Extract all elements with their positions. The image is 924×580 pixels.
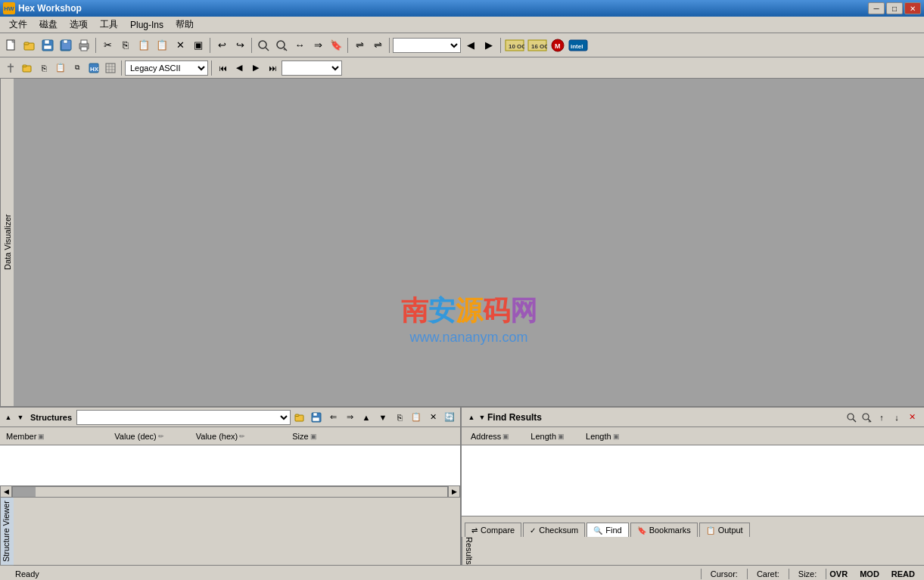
tab-compare[interactable]: ⇌ Compare [465, 523, 521, 537]
copy-button[interactable]: ⎘ [117, 37, 134, 54]
nav-first[interactable]: ⏮ [215, 60, 230, 76]
paste-button[interactable]: 📋 [135, 37, 152, 54]
select-all-button[interactable]: ▣ [190, 37, 207, 54]
title-text: Hex Workshop [18, 3, 82, 14]
col-value-hex: Value (hex) ✏ [193, 430, 248, 442]
address-dropdown[interactable] [393, 38, 461, 53]
status-ovr: OVR [826, 569, 851, 578]
structure-viewer-tab[interactable]: Structure Viewer [0, 498, 14, 565]
find-close[interactable]: ✕ [904, 410, 919, 425]
compare-button[interactable]: ⇌ [351, 37, 368, 54]
data-visualizer-tab[interactable]: Data Visualizer [0, 79, 14, 406]
find-tb4[interactable]: ↓ [889, 410, 904, 425]
addr-btn2[interactable]: ▶ [481, 37, 497, 54]
scroll-left[interactable]: ◀ [0, 485, 12, 498]
struct-down[interactable]: ▼ [375, 410, 390, 425]
tab-find[interactable]: 🔍 Find [586, 523, 628, 537]
struct-up[interactable]: ▲ [359, 410, 374, 425]
find-results-panel: ▲ ▼ Find Results + ↑ ↓ ✕ [462, 408, 924, 565]
nav-prev[interactable]: ◀ [232, 60, 247, 76]
watermark-line2: www.nananym.com [401, 330, 537, 346]
svg-line-43 [853, 419, 856, 422]
paste-special-button[interactable]: 📋 [154, 37, 170, 54]
menu-help[interactable]: 帮助 [170, 17, 200, 33]
col-size: Size ▣ [289, 430, 319, 442]
struct-refresh[interactable]: 🔄 [442, 410, 457, 425]
status-ready: Ready [6, 569, 48, 578]
nav-next[interactable]: ▶ [248, 60, 263, 76]
structure-content [0, 445, 460, 485]
find-collapse-down[interactable]: ▼ [477, 412, 487, 423]
svg-rect-6 [44, 45, 51, 49]
col-length1: Length ▣ [527, 430, 568, 442]
nav-last[interactable]: ⏭ [265, 60, 280, 76]
menu-file[interactable]: 文件 [3, 17, 33, 33]
status-read: READ [888, 569, 918, 578]
find-tb1[interactable] [844, 410, 859, 425]
undo-button[interactable]: ↩ [213, 37, 230, 54]
struct-collapse-up[interactable]: ▲ [3, 412, 14, 423]
cut-button[interactable]: ✂ [99, 37, 116, 54]
maximize-button[interactable]: □ [886, 2, 903, 14]
goto-button[interactable]: ⇒ [310, 37, 326, 54]
struct-collapse-down[interactable]: ▼ [15, 412, 26, 423]
find-all-button[interactable]: + [273, 37, 290, 54]
find-tb2[interactable]: + [859, 410, 874, 425]
search-dropdown[interactable] [282, 60, 342, 76]
new-button[interactable] [3, 37, 20, 54]
svg-rect-38 [295, 414, 299, 417]
grid-toggle[interactable] [103, 60, 118, 76]
structures-dropdown[interactable] [76, 410, 291, 425]
struct-import[interactable]: ⇐ [325, 410, 341, 425]
tab-bookmarks[interactable]: 🔖 Bookmarks [630, 523, 698, 537]
struct-export[interactable]: ⇒ [342, 410, 357, 425]
encoding-dropdown[interactable]: Legacy ASCII [125, 60, 208, 76]
motorola-button[interactable]: M [549, 37, 566, 54]
redo-button[interactable]: ↪ [232, 37, 248, 54]
scrollbar-thumb[interactable] [13, 487, 36, 497]
close-button[interactable]: ✕ [904, 2, 921, 14]
scroll-right[interactable]: ▶ [448, 485, 460, 498]
addr-btn1[interactable]: ◀ [462, 37, 479, 54]
hex-toggle[interactable]: HX [86, 60, 101, 76]
menu-disk[interactable]: 磁盘 [33, 17, 64, 33]
svg-rect-41 [313, 417, 319, 421]
sep6 [500, 38, 501, 53]
sep1 [95, 38, 96, 53]
menu-plugins[interactable]: Plug-Ins [124, 18, 170, 32]
tab-output[interactable]: 📋 Output [699, 523, 750, 537]
struct-open[interactable] [292, 410, 307, 425]
minimize-button[interactable]: ─ [868, 2, 885, 14]
find-button[interactable] [255, 37, 272, 54]
chip2-button[interactable]: 16 OC [527, 37, 548, 54]
find-collapse-up[interactable]: ▲ [466, 412, 477, 423]
delete-button[interactable]: ✕ [172, 37, 188, 54]
copy3-button[interactable]: ⧉ [70, 60, 85, 76]
save-button[interactable] [39, 37, 56, 54]
svg-rect-40 [313, 413, 317, 416]
print-button[interactable] [76, 37, 92, 54]
paste2-button[interactable]: 📋 [53, 60, 68, 76]
save-all-button[interactable] [58, 37, 74, 54]
results-tab[interactable]: Results [462, 537, 475, 565]
struct-save[interactable] [309, 410, 324, 425]
menu-options[interactable]: 选项 [64, 17, 94, 33]
compare2-button[interactable]: ⇌ [369, 37, 386, 54]
menu-tools[interactable]: 工具 [94, 17, 124, 33]
replace-button[interactable]: ↔ [291, 37, 308, 54]
intel-button[interactable]: intel [568, 37, 589, 54]
struct-copy[interactable]: ⎘ [392, 410, 407, 425]
open-button[interactable] [21, 37, 38, 54]
copy2-button[interactable]: ⎘ [36, 60, 51, 76]
pin-button[interactable] [3, 60, 18, 76]
find-results-title-bar: ▲ ▼ Find Results + ↑ ↓ ✕ [462, 408, 924, 427]
struct-delete[interactable]: ✕ [425, 410, 440, 425]
tab-checksum[interactable]: ✓ Checksum [523, 523, 585, 537]
watermark: 南安源码网 www.nananym.com [401, 293, 537, 346]
chip1-button[interactable]: 10 OC [504, 37, 525, 54]
find-tb3[interactable]: ↑ [874, 410, 889, 425]
open-struct-file[interactable] [20, 60, 35, 76]
struct-paste[interactable]: 📋 [409, 410, 424, 425]
scrollbar-track[interactable] [12, 486, 448, 498]
bookmark-button[interactable]: 🔖 [328, 37, 344, 54]
